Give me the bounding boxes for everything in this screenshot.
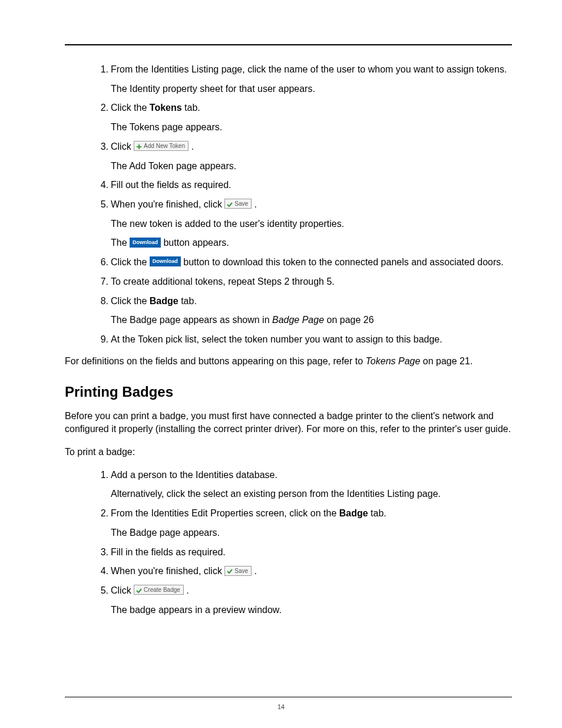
step-text: Fill in the fields as required. [111, 547, 226, 557]
step-2: Click the Tokens tab. The Tokens page ap… [111, 101, 512, 134]
step-text-pre: Click [111, 141, 134, 151]
step-text: From the Identities Listing page, click … [111, 64, 507, 74]
check-icon [136, 588, 142, 594]
check-icon [227, 202, 233, 207]
step-text: To create additional tokens, repeat Step… [111, 276, 335, 286]
step-5: When you're finished, click Save . The n… [111, 198, 512, 250]
download-button[interactable]: Download [150, 256, 181, 266]
step-text-post: tab. [368, 508, 386, 518]
button-label: Create Badge [144, 587, 180, 593]
save-button[interactable]: Save [224, 566, 252, 576]
step-text-post: . [252, 199, 257, 209]
step-result: The Badge page appears. [111, 526, 512, 540]
step-2: From the Identities Edit Properties scre… [111, 507, 512, 539]
step-result: The Badge page appears as shown in Badge… [111, 314, 512, 327]
step-text-post: . [189, 141, 194, 151]
bottom-rule [65, 697, 512, 697]
button-label: Add New Token [144, 143, 185, 149]
text-post: button appears. [163, 238, 229, 248]
step-7: To create additional tokens, repeat Step… [111, 275, 512, 289]
step-text-post: tab. [182, 103, 200, 113]
add-new-token-button[interactable]: Add New Token [134, 141, 189, 151]
step-1: Add a person to the Identities database.… [111, 469, 512, 501]
step-3: Fill in the fields as required. [111, 546, 512, 559]
cross-ref-link[interactable]: Badge Page [272, 315, 324, 325]
step-text-post: . [252, 566, 257, 576]
save-button[interactable]: Save [224, 199, 252, 209]
step-6: Click the Download button to download th… [111, 256, 512, 269]
step-result: The Add Token page appears. [111, 160, 512, 173]
paragraph-reference: For definitions on the fields and button… [65, 355, 512, 368]
download-button[interactable]: Download [130, 238, 161, 248]
paragraph-lead: To print a badge: [65, 446, 512, 459]
step-text: Fill out the fields as required. [111, 180, 232, 190]
step-text-pre: Click [111, 585, 134, 595]
button-label: Save [234, 568, 248, 574]
paragraph-intro: Before you can print a badge, you must f… [65, 410, 512, 436]
step-4: Fill out the fields as required. [111, 179, 512, 192]
procedure-list-1: From the Identities Listing page, click … [65, 63, 512, 347]
page-number: 14 [0, 703, 562, 710]
step-result-2: The Download button appears. [111, 236, 512, 250]
check-icon [227, 568, 233, 574]
step-text-bold: Badge [150, 296, 178, 306]
step-text-bold: Tokens [150, 103, 182, 113]
step-text-pre: When you're finished, click [111, 199, 224, 209]
step-text-bold: Badge [339, 508, 368, 518]
text-pre: For definitions on the fields and button… [65, 356, 366, 366]
step-result: The Tokens page appears. [111, 121, 512, 134]
step-5: Click Create Badge . The badge appears i… [111, 584, 512, 617]
text-pre: The Badge page appears as shown in [111, 315, 272, 325]
step-text-pre: When you're finished, click [111, 566, 224, 576]
step-text-post: button to download this token to the con… [183, 257, 504, 267]
text-post: on page 21. [420, 356, 472, 366]
step-9: At the Token pick list, select the token… [111, 333, 512, 347]
step-text-pre: Click the [111, 103, 150, 113]
step-result: Alternatively, click the select an exist… [111, 487, 512, 501]
step-text-post: tab. [178, 296, 197, 306]
section-heading-printing-badges: Printing Badges [65, 384, 512, 400]
step-text: Add a person to the Identities database. [111, 470, 277, 480]
step-result: The badge appears in a preview window. [111, 604, 512, 617]
step-result-1: The new token is added to the user's ide… [111, 218, 512, 231]
step-text-pre: Click the [111, 296, 150, 306]
step-4: When you're finished, click Save . [111, 565, 512, 578]
step-text-pre: Click the [111, 257, 150, 267]
text-post: on page 26 [324, 315, 374, 325]
step-3: Click Add New Token . The Add Token page… [111, 140, 512, 173]
step-text-post: . [184, 585, 189, 595]
page: From the Identities Listing page, click … [0, 0, 562, 728]
step-8: Click the Badge tab. The Badge page appe… [111, 295, 512, 327]
plus-icon [136, 144, 142, 150]
step-text: At the Token pick list, select the token… [111, 334, 442, 344]
step-result: The Identity property sheet for that use… [111, 83, 512, 96]
create-badge-button[interactable]: Create Badge [134, 585, 184, 595]
top-rule [65, 44, 512, 45]
step-1: From the Identities Listing page, click … [111, 63, 512, 95]
cross-ref-link[interactable]: Tokens Page [366, 356, 421, 366]
step-text-pre: From the Identities Edit Properties scre… [111, 508, 339, 518]
button-label: Save [234, 200, 248, 207]
procedure-list-2: Add a person to the Identities database.… [65, 469, 512, 617]
text-pre: The [111, 238, 130, 248]
